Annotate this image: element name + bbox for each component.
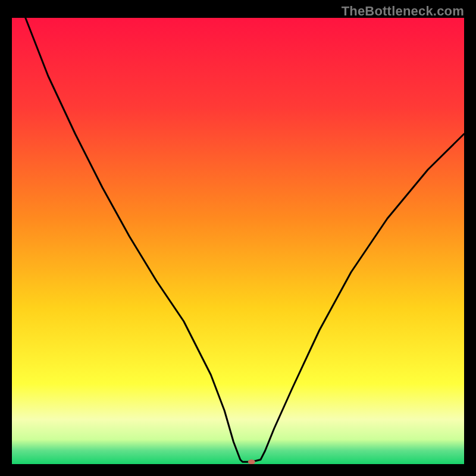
plot-background bbox=[12, 18, 464, 464]
bottleneck-marker bbox=[248, 459, 255, 464]
chart-svg bbox=[12, 18, 464, 464]
watermark-text: TheBottleneck.com bbox=[342, 4, 464, 19]
chart-area bbox=[12, 18, 464, 464]
